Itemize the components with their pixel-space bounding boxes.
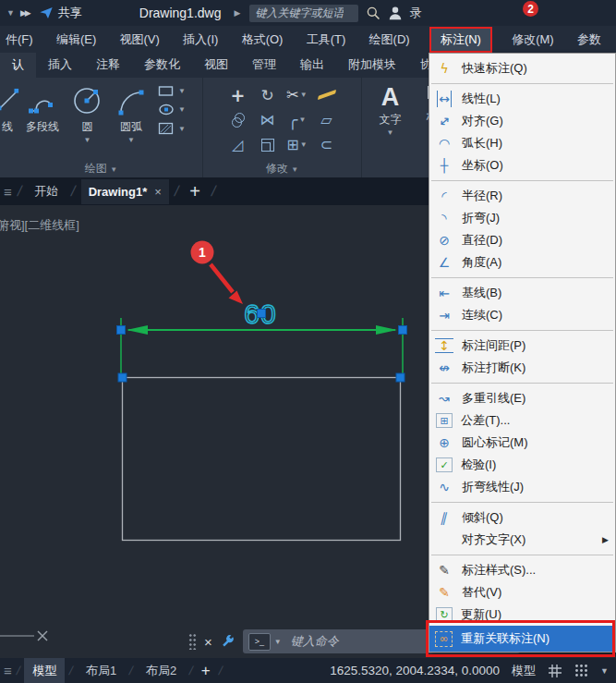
customize-wrench-icon[interactable] — [220, 634, 236, 650]
signin-label[interactable]: 录 — [409, 5, 421, 21]
menu-item-dimension-break[interactable]: ↮标注打断(K) — [429, 357, 615, 379]
layout2-tab[interactable]: 布局2 — [138, 658, 185, 683]
command-bar-close-icon[interactable]: × — [204, 634, 212, 650]
grip-rect-topright[interactable] — [396, 373, 405, 382]
menu-draw[interactable]: 绘图(D) — [366, 28, 414, 52]
snap-mode-icon[interactable] — [574, 664, 588, 677]
title-arrow-icon[interactable]: ▶ — [234, 8, 240, 18]
menu-item-update[interactable]: ↻更新(U) — [429, 604, 615, 626]
menu-tools[interactable]: 工具(T) — [303, 28, 350, 52]
menu-item-reassociate[interactable]: ∞重新关联标注(N) — [429, 626, 615, 652]
layout1-tab[interactable]: 布局1 — [78, 658, 125, 683]
array-icon[interactable]: ⊞▼ — [286, 136, 307, 153]
menu-item-aligned[interactable]: ↔对齐(G) — [429, 110, 615, 132]
scale-icon[interactable] — [261, 139, 274, 152]
menu-item-multileader[interactable]: ↝多重引线(E) — [429, 387, 615, 409]
hatch-button[interactable]: ▼ — [158, 122, 186, 135]
modify-panel-expand-icon[interactable]: ▼ — [291, 165, 298, 174]
polyline-button[interactable]: 多段线 — [18, 81, 66, 135]
menu-item-ordinate[interactable]: ┼坐标(O) — [429, 154, 615, 177]
snap-dropdown-icon[interactable]: ▼ — [600, 666, 609, 676]
draw-panel-expand-icon[interactable]: ▼ — [110, 165, 117, 174]
menu-item-continue[interactable]: ⇥连续(C) — [429, 304, 615, 326]
menu-item-quick-dimension[interactable]: ϟ快速标注(Q) — [429, 57, 615, 79]
copy-icon[interactable] — [232, 113, 245, 128]
model-tab[interactable]: 模型 — [24, 658, 65, 683]
drawn-rectangle[interactable] — [123, 378, 401, 541]
menu-item-diameter[interactable]: ⊘直径(D) — [429, 229, 615, 251]
menu-edit[interactable]: 编辑(E) — [53, 28, 100, 52]
viewport-label[interactable]: 俯视][二维线框] — [0, 217, 79, 234]
line-button[interactable]: 线 — [0, 81, 18, 135]
menu-item-override[interactable]: ✎替代(V) — [429, 581, 615, 604]
search-icon[interactable] — [366, 6, 381, 21]
new-layout-button[interactable]: + — [198, 662, 214, 680]
3d-box-icon[interactable]: ▱ — [320, 111, 332, 128]
circle-dropdown-icon[interactable]: ▼ — [84, 136, 91, 144]
grip-dim-left[interactable] — [117, 326, 126, 335]
grid-display-icon[interactable] — [548, 664, 562, 678]
menu-modify[interactable]: 修改(M) — [508, 28, 558, 52]
rotate-icon[interactable]: ↻ — [260, 86, 273, 104]
ribbon-tab-output[interactable]: 输出 — [288, 52, 336, 78]
new-tab-button[interactable]: + — [184, 181, 206, 202]
menu-item-jogged-linear[interactable]: ∿折弯线性(J) — [429, 476, 615, 498]
expand-toolbar-icon[interactable]: ▶▶ — [20, 8, 30, 18]
menu-item-angular[interactable]: ∠角度(A) — [429, 251, 615, 274]
move-icon[interactable]: + — [231, 85, 246, 105]
ribbon-tab-home[interactable]: 认 — [0, 52, 36, 78]
quick-access-caret-icon[interactable]: ▼ — [6, 8, 15, 18]
menu-dimension[interactable]: 标注(N) — [429, 27, 492, 53]
ribbon-tab-annotate[interactable]: 注释 — [84, 52, 132, 78]
menu-view[interactable]: 视图(V) — [115, 28, 163, 52]
search-input[interactable]: 键入关键字或短语 — [249, 5, 358, 22]
grip-dim-text[interactable] — [258, 310, 266, 318]
erase-icon[interactable] — [320, 92, 334, 97]
menu-item-dimension-style[interactable]: ✎标注样式(S)... — [429, 559, 615, 581]
ellipse-button[interactable]: ▼ — [158, 104, 186, 116]
ribbon-tab-addins[interactable]: 附加模块 — [336, 52, 408, 78]
menu-item-inspection[interactable]: ✓检验(I) — [429, 454, 615, 476]
tab-start[interactable]: 开始 — [27, 177, 66, 205]
menu-insert[interactable]: 插入(I) — [179, 28, 222, 52]
offset-icon[interactable]: ⊂ — [320, 136, 332, 153]
menu-parametric[interactable]: 参数 — [574, 28, 605, 52]
layout-menu-icon[interactable]: ≡ — [4, 663, 12, 678]
menu-item-center-mark[interactable]: ⊕圆心标记(M) — [429, 432, 615, 454]
menu-format[interactable]: 格式(O) — [238, 28, 287, 52]
menu-item-linear[interactable]: ↔线性(L) — [429, 88, 615, 110]
circle-button[interactable]: 圆 ▼ — [66, 81, 108, 144]
command-bar-drag-handle[interactable] — [188, 633, 197, 650]
user-account-icon[interactable] — [387, 5, 404, 21]
mirror-icon[interactable]: ⋈ — [260, 111, 275, 128]
menu-file[interactable]: 件(F) — [2, 28, 37, 52]
hatch-dropdown-icon[interactable]: ▼ — [178, 125, 186, 133]
rectangle-button[interactable]: ▼ — [158, 85, 186, 97]
menu-item-align-text[interactable]: 对齐文字(X)▶ — [429, 529, 615, 551]
tab-close-icon[interactable]: × — [154, 185, 162, 199]
text-button[interactable]: A 文字 ▼ — [369, 81, 411, 137]
fillet-icon[interactable]: ╭▼ — [288, 110, 307, 129]
share-button[interactable]: 共享 — [39, 5, 82, 21]
command-terminal-icon[interactable]: >_ — [248, 633, 271, 651]
modify-panel-label[interactable]: 修改 ▼ — [203, 160, 361, 177]
menu-item-oblique[interactable]: ∥倾斜(Q) — [429, 506, 615, 529]
stretch-icon[interactable]: ◿ — [232, 136, 243, 153]
rectangle-dropdown-icon[interactable]: ▼ — [178, 87, 186, 95]
menu-item-tolerance[interactable]: ⊞公差(T)... — [429, 409, 615, 432]
menu-item-dimension-spacing[interactable]: ↕标注间距(P) — [429, 335, 615, 357]
ribbon-tab-manage[interactable]: 管理 — [240, 52, 288, 78]
menu-item-arc-length[interactable]: ◠弧长(H) — [429, 132, 615, 154]
menu-item-jogged[interactable]: ◝折弯(J) — [429, 207, 615, 229]
trim-icon[interactable]: ✂▼ — [286, 86, 307, 104]
menu-item-baseline[interactable]: ⇤基线(B) — [429, 282, 615, 304]
ribbon-tab-view[interactable]: 视图 — [192, 52, 240, 78]
file-tabs-menu-icon[interactable]: ≡ — [4, 184, 12, 200]
text-dropdown-icon[interactable]: ▼ — [387, 128, 394, 137]
ribbon-tab-insert[interactable]: 插入 — [36, 52, 84, 78]
grip-rect-topleft[interactable] — [118, 373, 127, 382]
model-space-toggle[interactable]: 模型 — [512, 663, 536, 679]
command-dropdown-icon[interactable]: ▼ — [274, 638, 282, 646]
arc-button[interactable]: 圆弧 ▼ — [108, 81, 154, 144]
ellipse-dropdown-icon[interactable]: ▼ — [178, 105, 186, 114]
